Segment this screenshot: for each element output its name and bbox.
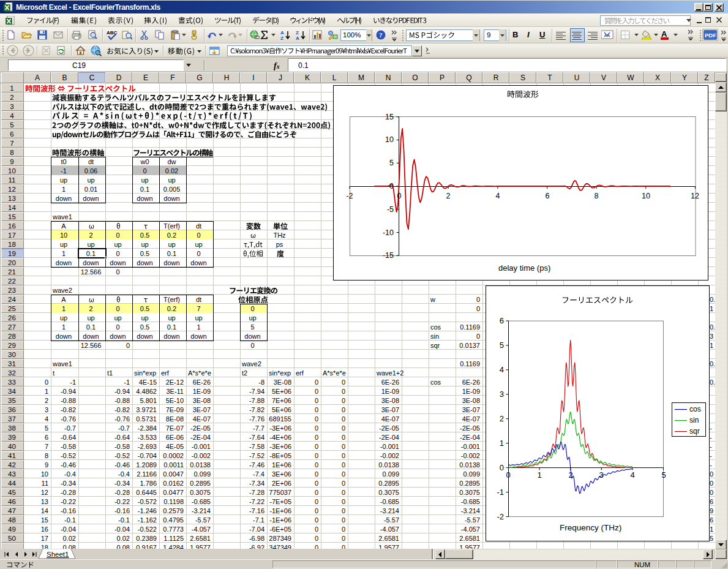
svg-text:1: 1 (537, 470, 541, 480)
svg-text:0: 0 (500, 463, 504, 472)
svg-text:0: 0 (506, 470, 510, 480)
svg-text:2: 2 (568, 470, 572, 480)
svg-text:sin: sin (689, 416, 699, 424)
svg-text:1: 1 (500, 439, 504, 448)
svg-text:3: 3 (500, 390, 504, 399)
svg-text:4: 4 (500, 365, 504, 374)
svg-text:-1: -1 (497, 488, 504, 497)
svg-text:5: 5 (500, 341, 504, 350)
svg-text:4: 4 (630, 470, 634, 480)
svg-text:3: 3 (599, 470, 603, 480)
svg-text:cos: cos (689, 405, 701, 413)
svg-text:-2: -2 (497, 512, 504, 521)
svg-text:sqr: sqr (689, 427, 700, 435)
svg-text:6: 6 (500, 316, 504, 325)
svg-text:Frequency (THz): Frequency (THz) (560, 523, 621, 532)
svg-text:5: 5 (661, 470, 666, 480)
svg-text:2: 2 (500, 414, 504, 423)
